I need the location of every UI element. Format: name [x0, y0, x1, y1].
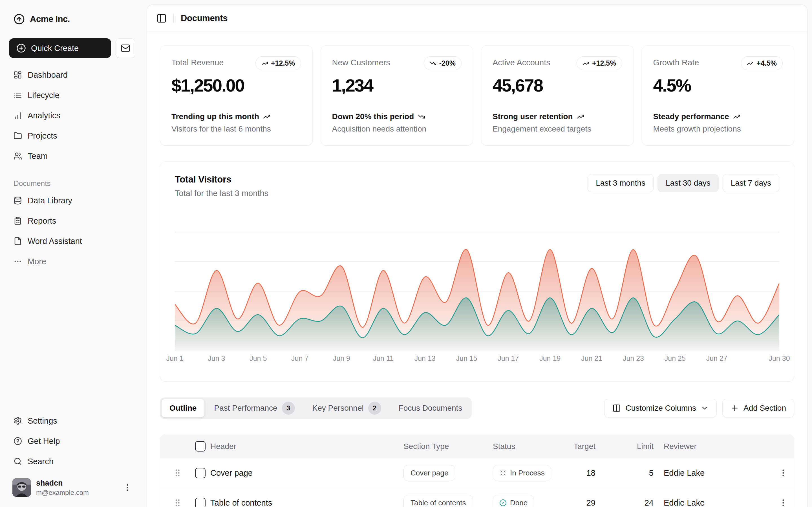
x-tick: Jun 5: [250, 354, 267, 362]
tab-outline[interactable]: Outline: [161, 399, 204, 417]
tab-past-performance[interactable]: Past Performance3: [206, 399, 303, 417]
users-icon: [13, 152, 22, 160]
sidebar-item-get-help[interactable]: Get Help: [9, 432, 135, 450]
x-tick: Jun 17: [498, 354, 519, 362]
range-button-last-30-days[interactable]: Last 30 days: [658, 174, 719, 192]
select-all-checkbox[interactable]: [195, 441, 206, 452]
row-checkbox[interactable]: [195, 498, 206, 507]
drag-handle[interactable]: [160, 468, 195, 477]
stat-card-label: Growth Rate: [653, 56, 699, 67]
row-checkbox[interactable]: [195, 468, 206, 478]
search-icon: [13, 457, 22, 466]
trend-badge: +4.5%: [741, 56, 783, 70]
chevron-down-icon: [701, 404, 709, 412]
sidebar-item-analytics[interactable]: Analytics: [9, 107, 135, 124]
reviewer-cell[interactable]: Eddie Lake: [656, 458, 771, 488]
x-tick: Jun 30: [769, 354, 790, 362]
stat-card-footer-desc: Meets growth projections: [653, 124, 783, 133]
row-header-cell[interactable]: Cover page: [210, 458, 403, 488]
stat-card-total-revenue: Total Revenue +12.5% $1,250.00 Trending …: [160, 45, 313, 146]
customize-columns-button[interactable]: Customize Columns: [604, 399, 717, 417]
x-tick: Jun 19: [539, 354, 560, 362]
view-tabs: OutlinePast Performance3Key Personnel2Fo…: [160, 397, 472, 419]
tab-key-personnel[interactable]: Key Personnel2: [305, 399, 389, 417]
reviewer-cell[interactable]: Eddie Lake: [656, 488, 771, 507]
sidebar-item-data-library[interactable]: Data Library: [9, 191, 135, 210]
circle-plus-icon: [16, 43, 26, 53]
grip-vertical-icon: [173, 468, 182, 477]
sidebar: Acme Inc. Quick Create DashboardLifecycl…: [0, 0, 144, 507]
section-type-badge: Table of contents: [403, 495, 473, 507]
stat-card-footer-title: Strong user retention: [493, 112, 622, 121]
database-icon: [13, 196, 22, 205]
add-section-button[interactable]: Add Section: [722, 399, 794, 417]
tab-focus-documents[interactable]: Focus Documents: [391, 399, 470, 417]
user-menu-kebab-icon[interactable]: [123, 483, 132, 492]
col-limit: Limit: [615, 435, 656, 458]
panel-left-icon: [156, 13, 167, 23]
sidebar-item-settings[interactable]: Settings: [9, 412, 135, 430]
x-tick: Jun 11: [373, 354, 394, 362]
drag-handle[interactable]: [160, 498, 195, 507]
sidebar-toggle-button[interactable]: [156, 13, 167, 23]
row-header-cell[interactable]: Table of contents: [210, 488, 403, 507]
col-reviewer: Reviewer: [656, 435, 771, 458]
help-icon: [13, 437, 22, 445]
limit-cell[interactable]: 5: [615, 458, 656, 488]
sidebar-nav-footer: SettingsGet HelpSearch: [9, 412, 135, 470]
stat-card-label: New Customers: [332, 56, 390, 67]
stat-card-footer-title: Steady performance: [653, 112, 783, 121]
sidebar-item-dashboard[interactable]: Dashboard: [9, 66, 135, 84]
trending-up-icon: [261, 60, 268, 67]
range-button-last-3-months[interactable]: Last 3 months: [588, 174, 654, 192]
row-actions-kebab[interactable]: [771, 468, 794, 477]
x-tick: Jun 23: [623, 354, 644, 362]
row-actions-kebab[interactable]: [771, 498, 794, 507]
inbox-button[interactable]: [116, 38, 135, 58]
plus-icon: [730, 404, 739, 412]
brand[interactable]: Acme Inc.: [9, 11, 135, 27]
sidebar-item-reports[interactable]: Reports: [9, 212, 135, 230]
sidebar-item-word-assistant[interactable]: Word Assistant: [9, 232, 135, 250]
ellipsis-vertical-icon: [123, 483, 132, 492]
target-cell[interactable]: 29: [573, 488, 615, 507]
sidebar-item-team[interactable]: Team: [9, 147, 135, 165]
chart-bar-icon: [13, 111, 22, 120]
stat-card-active-accounts: Active Accounts +12.5% 45,678 Strong use…: [481, 45, 634, 146]
sidebar-item-projects[interactable]: Projects: [9, 127, 135, 145]
file-icon: [13, 237, 22, 245]
trend-badge: +12.5%: [576, 56, 622, 70]
x-axis-ticks: Jun 1Jun 3Jun 5Jun 7Jun 9Jun 11Jun 13Jun…: [175, 354, 779, 364]
circle-arrow-up-icon: [13, 13, 25, 25]
ellipsis-vertical-icon: [779, 498, 788, 507]
x-tick: Jun 7: [291, 354, 308, 362]
range-toggle-group: Last 3 monthsLast 30 daysLast 7 days: [588, 174, 779, 192]
area-chart: [175, 230, 779, 350]
stat-card-value: 4.5%: [653, 75, 783, 96]
quick-create-button[interactable]: Quick Create: [9, 38, 111, 58]
trending-down-icon: [430, 60, 437, 67]
loader-icon: [499, 469, 507, 476]
sidebar-item-search[interactable]: Search: [9, 452, 135, 470]
range-button-last-7-days[interactable]: Last 7 days: [723, 174, 779, 192]
x-tick: Jun 15: [456, 354, 477, 362]
plus-circle-icon: [16, 43, 26, 53]
tab-count-badge: 3: [282, 402, 295, 414]
visitors-chart-card: Total Visitors Total for the last 3 mont…: [160, 161, 794, 382]
stat-card-label: Active Accounts: [493, 56, 550, 67]
sidebar-item-lifecycle[interactable]: Lifecycle: [9, 86, 135, 104]
stat-card-footer-title: Trending up this month: [171, 112, 301, 121]
trending-down-icon: [418, 113, 425, 120]
table-body: Cover page Cover page In Process 18 5 Ed…: [160, 458, 794, 507]
tab-count-badge: 2: [368, 402, 381, 414]
sidebar-item-more[interactable]: More: [9, 252, 135, 270]
col-status: Status: [493, 435, 573, 458]
user-menu[interactable]: shadcn m@example.com: [9, 476, 135, 499]
target-cell[interactable]: 18: [573, 458, 615, 488]
limit-cell[interactable]: 24: [615, 488, 656, 507]
list-icon: [13, 91, 22, 100]
x-tick: Jun 1: [166, 354, 183, 362]
folder-icon: [13, 131, 22, 140]
chart-subtitle: Total for the last 3 months: [175, 189, 268, 198]
trending-up-icon: [582, 60, 589, 67]
